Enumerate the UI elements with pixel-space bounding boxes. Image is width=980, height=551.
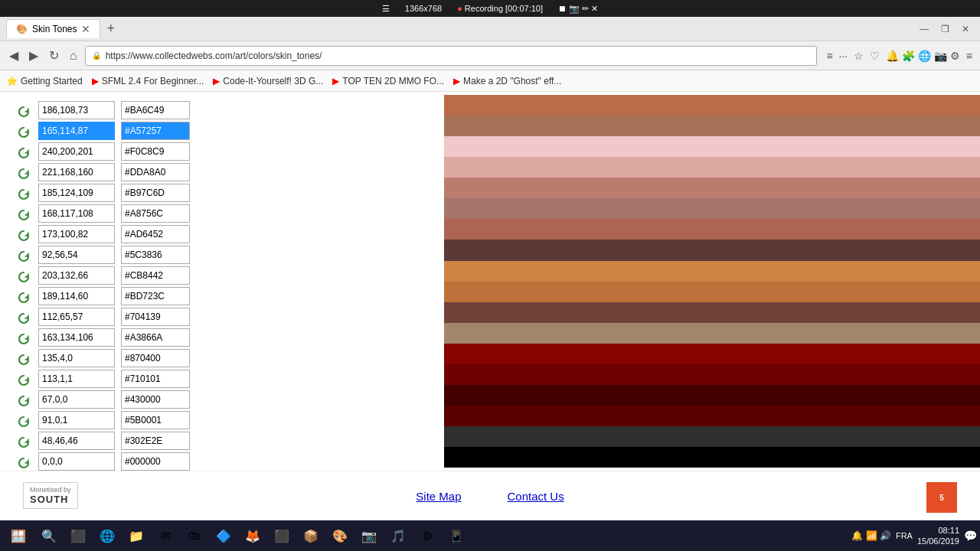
hex-input-17[interactable] [121,452,190,471]
rgb-input-6[interactable] [38,225,115,243]
hex-input-14[interactable] [121,390,190,409]
rgb-input-12[interactable] [38,349,115,367]
refresh-icon-17[interactable] [15,454,32,471]
taskbar-app-terminal[interactable]: ⬛ [268,522,296,549]
rgb-input-1[interactable] [38,122,115,140]
refresh-icon-3[interactable] [15,165,32,185]
new-tab-button[interactable]: + [100,18,121,40]
refresh-icon-8[interactable] [15,268,32,289]
hex-input-1[interactable] [121,122,190,140]
rgb-input-8[interactable] [38,266,115,285]
menu-button[interactable]: ··· [838,48,850,64]
taskbar-app-edge[interactable]: 🌐 [93,522,121,549]
taskbar-app-settings[interactable]: ⚙ [413,522,441,549]
refresh-icon-7[interactable] [15,247,32,268]
bookmark-getting-started[interactable]: ⭐ Getting Started [6,76,83,86]
refresh-icon-13[interactable] [15,371,32,392]
taskbar-app-cam[interactable]: 📷 [355,522,383,549]
taskbar-app-firefox[interactable]: 🦊 [239,522,266,549]
taskbar-app-zip[interactable]: 📦 [297,522,325,549]
taskbar-task-view[interactable]: ⬛ [64,522,92,549]
forward-button[interactable]: ▶ [26,47,41,64]
contact-us-link[interactable]: Contact Us [508,490,564,503]
close-button[interactable]: ✕ [957,22,974,36]
rgb-input-17[interactable] [38,452,115,471]
rgb-input-11[interactable] [38,328,115,347]
rgb-input-7[interactable] [38,246,115,264]
hex-input-4[interactable] [121,184,190,202]
refresh-icon-4[interactable] [15,185,32,206]
rgb-input-9[interactable] [38,287,115,305]
refresh-icon-12[interactable] [15,350,32,371]
refresh-icon-10[interactable] [15,309,32,330]
hex-input-16[interactable] [121,432,190,450]
taskbar-app-explorer[interactable]: 📁 [122,522,150,549]
sitemap-link[interactable]: Site Map [416,490,461,503]
refresh-icon-9[interactable] [15,289,32,309]
color-row-2 [38,141,190,161]
address-bar[interactable]: 🔒 https://www.collectedwebs.com/art/colo… [85,46,818,66]
refresh-icon-2[interactable] [15,144,32,165]
bookmark-3dg[interactable]: ▶ Code-It-Yourself! 3D G... [213,76,323,86]
taskbar-app-music[interactable]: 🎵 [384,522,412,549]
taskbar-app-paint[interactable]: 🎨 [326,522,354,549]
hex-input-6[interactable] [121,225,190,243]
taskbar-app-store[interactable]: 🛍 [181,522,208,549]
refresh-icon-6[interactable] [15,227,32,247]
rgb-input-10[interactable] [38,308,115,326]
color-row-17 [38,451,190,471]
taskbar-notification-center[interactable]: 💬 [964,530,977,542]
rgb-input-15[interactable] [38,411,115,429]
tab-close-button[interactable]: ✕ [81,23,90,35]
refresh-icon-14[interactable] [15,392,32,412]
rgb-input-0[interactable] [38,101,115,119]
refresh-icon-11[interactable] [15,330,32,350]
active-tab[interactable]: 🎨 Skin Tones ✕ [6,19,100,38]
taskbar-app-mail[interactable]: ✉ [152,522,179,549]
hex-input-11[interactable] [121,328,190,347]
rgb-input-13[interactable] [38,370,115,388]
rgb-input-4[interactable] [38,184,115,202]
hex-input-5[interactable] [121,204,190,223]
more-menu-button[interactable]: ≡ [965,48,974,64]
hex-input-9[interactable] [121,287,190,305]
back-button[interactable]: ◀ [6,47,21,64]
rgb-input-5[interactable] [38,204,115,223]
rgb-input-16[interactable] [38,432,115,450]
refresh-button[interactable]: ↻ [46,47,62,64]
refresh-icon-15[interactable] [15,412,32,433]
taskbar-app-vs[interactable]: 🔷 [210,522,237,549]
sidebar-button[interactable]: ≡ [825,48,834,64]
hex-input-7[interactable] [121,246,190,264]
hex-input-12[interactable] [121,349,190,367]
refresh-icon-1[interactable] [15,123,32,144]
hex-input-2[interactable] [121,142,190,161]
hex-input-13[interactable] [121,370,190,388]
hex-input-10[interactable] [121,308,190,326]
hex-input-0[interactable] [121,101,190,119]
refresh-icon-5[interactable] [15,206,32,227]
refresh-icon-0[interactable] [15,103,32,123]
taskbar-search[interactable]: 🔍 [35,522,63,549]
hex-input-15[interactable] [121,411,190,429]
minimize-button[interactable]: — [915,22,933,36]
rgb-input-3[interactable] [38,163,115,181]
favorites-button[interactable]: ♡ [868,48,881,64]
hex-input-3[interactable] [121,163,190,181]
color-row-0 [38,99,190,120]
bookmark-mmo[interactable]: ▶ TOP TEN 2D MMO FO... [332,76,444,86]
maximize-button[interactable]: ❐ [936,22,954,36]
color-swatch-17 [444,447,980,468]
nav-bar: ◀ ▶ ↻ ⌂ 🔒 https://www.collectedwebs.com/… [0,41,980,70]
bookmark-ghost[interactable]: ▶ Make a 2D "Ghost" eff... [453,76,561,86]
rgb-input-14[interactable] [38,390,115,409]
home-button[interactable]: ⌂ [67,47,80,64]
bookmark-sfml[interactable]: ▶ SFML 2.4 For Beginner... [92,76,204,86]
extensions-area[interactable]: 🔔 🧩 🌐 📷 ⚙ [884,48,962,64]
rgb-input-2[interactable] [38,142,115,161]
hex-input-8[interactable] [121,266,190,285]
bookmark-button[interactable]: ☆ [852,48,865,64]
refresh-icon-16[interactable] [15,433,32,454]
taskbar-app-phone[interactable]: 📱 [443,522,470,549]
start-button[interactable]: 🪟 [3,522,34,549]
